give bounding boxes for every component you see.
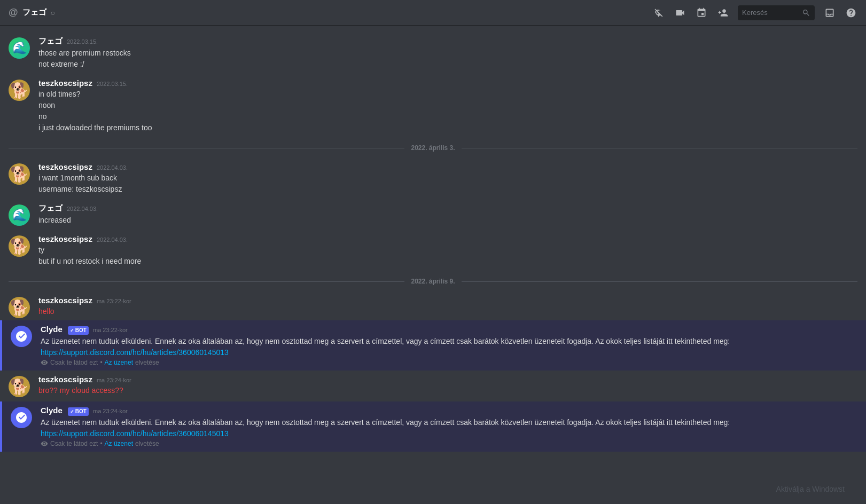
message-text: i just dowloaded the premiums too — [38, 122, 857, 133]
avatar: 🐕 — [9, 235, 30, 257]
header-left: @ フェゴ ○ — [9, 7, 55, 18]
message-text: no — [38, 111, 857, 122]
timestamp: ma 23:24-kor — [97, 377, 131, 383]
video-icon[interactable] — [674, 6, 686, 19]
date-separator: 2022. április 3. — [9, 144, 857, 152]
bot-badge: ✓ BOT — [68, 326, 89, 335]
message-header: teszkoscsipsz ma 23:24-kor — [38, 375, 857, 384]
avatar: 🌊 — [9, 37, 30, 59]
separator-line — [9, 148, 404, 148]
message-header: フェゴ 2022.04.03. — [38, 203, 857, 214]
search-bar[interactable] — [738, 5, 815, 20]
support-link[interactable]: https://support.discord.com/hc/hu/articl… — [41, 348, 229, 357]
timestamp: 2022.03.15. — [67, 38, 98, 45]
timestamp: 2022.04.03. — [67, 206, 98, 212]
bot-label-2: BOT — [75, 407, 87, 416]
clyde-message-content: Clyde ✓ BOT ma 23:22-kor Az üzenetet nem… — [41, 325, 857, 366]
message-group: 🐕 teszkoscsipsz ma 23:22-kor hello — [0, 294, 866, 320]
clyde-avatar — [11, 326, 32, 347]
separator-text: 2022. április 3. — [411, 144, 455, 152]
ephemeral-text-2: Csak te látod ezt — [50, 440, 98, 447]
ephemeral-note-2: Csak te látod ezt • Az üzenet elvetése — [41, 440, 857, 447]
support-link-2[interactable]: https://support.discord.com/hc/hu/articl… — [41, 429, 229, 438]
at-icon: @ — [9, 7, 18, 18]
message-header: teszkoscsipsz 2022.04.03. — [38, 162, 857, 171]
timestamp: 2022.04.03. — [97, 164, 128, 171]
ephemeral-bullet-2: • — [100, 440, 102, 447]
message-text: those are premium restocks — [38, 48, 857, 59]
message-content: teszkoscsipsz ma 23:24-kor bro?? my clou… — [38, 375, 857, 396]
username: teszkoscsipsz — [38, 78, 92, 88]
username: teszkoscsipsz — [38, 234, 92, 243]
message-text: noon — [38, 100, 857, 111]
bot-check-icon-2: ✓ — [70, 407, 74, 416]
clyde-message-group: Clyde ✓ BOT ma 23:22-kor Az üzenetet nem… — [0, 320, 866, 371]
message-content: フェゴ 2022.04.03. increased — [38, 203, 857, 226]
ephemeral-bullet: • — [100, 359, 102, 366]
bot-check-icon: ✓ — [70, 326, 74, 335]
avatar: 🐕 — [9, 163, 30, 185]
help-icon[interactable] — [845, 6, 857, 19]
message-text: increased — [38, 215, 857, 226]
delete-link[interactable]: Az üzenet — [105, 359, 133, 366]
header: @ フェゴ ○ — [0, 0, 866, 26]
date-separator: 2022. április 9. — [9, 278, 857, 285]
message-text: in old times? — [38, 89, 857, 100]
windows-watermark: Aktiválja a Windowst — [776, 485, 845, 493]
message-content: teszkoscsipsz ma 23:22-kor hello — [38, 296, 857, 317]
message-content: teszkoscsipsz 2022.04.03. ty but if u no… — [38, 234, 857, 267]
delete-action: elvetése — [135, 359, 159, 366]
username: teszkoscsipsz — [38, 375, 92, 384]
header-right — [652, 5, 857, 20]
message-group: 🌊 フェゴ 2022.03.15. those are premium rest… — [0, 34, 866, 72]
username: teszkoscsipsz — [38, 162, 92, 171]
message-header: Clyde ✓ BOT ma 23:22-kor — [41, 325, 857, 335]
avatar: 🌊 — [9, 204, 30, 226]
message-text: username: teszkoscsipsz — [38, 184, 857, 195]
delete-link-2[interactable]: Az üzenet — [105, 440, 133, 447]
message-group: 🐕 teszkoscsipsz 2022.04.03. i want 1mont… — [0, 160, 866, 197]
channel-status-dot: ○ — [51, 9, 55, 17]
message-group: 🐕 teszkoscsipsz 2022.03.15. in old times… — [0, 76, 866, 136]
separator-line — [462, 281, 857, 282]
inbox-icon[interactable] — [823, 6, 836, 19]
timestamp: ma 23:22-kor — [97, 298, 131, 304]
bot-badge-2: ✓ BOT — [68, 407, 89, 416]
message-text: not extreme :/ — [38, 59, 857, 70]
message-header: teszkoscsipsz 2022.04.03. — [38, 234, 857, 243]
message-content: teszkoscsipsz 2022.04.03. i want 1month … — [38, 162, 857, 195]
pin-icon[interactable] — [695, 6, 708, 19]
message-group: 🐕 teszkoscsipsz ma 23:24-kor bro?? my cl… — [0, 373, 866, 399]
clyde-message-text: Az üzenetet nem tudtuk elküldeni. Ennek … — [41, 336, 857, 347]
clyde-username-2: Clyde — [41, 406, 63, 415]
messages-area: 🌊 フェゴ 2022.03.15. those are premium rest… — [0, 26, 866, 504]
ephemeral-text: Csak te látod ezt — [50, 359, 98, 366]
message-header: Clyde ✓ BOT ma 23:24-kor — [41, 406, 857, 416]
message-text: i want 1month sub back — [38, 172, 857, 184]
search-input[interactable] — [742, 9, 799, 17]
message-header: teszkoscsipsz ma 23:22-kor — [38, 296, 857, 305]
message-group: 🌊 フェゴ 2022.04.03. increased — [0, 201, 866, 228]
clyde-message-group-2: Clyde ✓ BOT ma 23:24-kor Az üzenetet nem… — [0, 401, 866, 452]
separator-text: 2022. április 9. — [411, 278, 455, 285]
message-text: but if u not restock i need more — [38, 256, 857, 267]
message-text: bro?? my cloud access?? — [38, 385, 857, 396]
clyde-message-content-2: Clyde ✓ BOT ma 23:24-kor Az üzenetet nem… — [41, 406, 857, 447]
username: フェゴ — [38, 203, 63, 214]
message-content: フェゴ 2022.03.15. those are premium restoc… — [38, 36, 857, 70]
clyde-avatar-2 — [11, 407, 32, 428]
separator-line — [462, 148, 857, 148]
username: フェゴ — [38, 36, 63, 46]
message-text: ty — [38, 245, 857, 256]
username: teszkoscsipsz — [38, 296, 92, 305]
timestamp: 2022.03.15. — [97, 81, 128, 87]
bot-label: BOT — [75, 326, 87, 335]
timestamp: ma 23:22-kor — [93, 327, 128, 333]
message-content: teszkoscsipsz 2022.03.15. in old times? … — [38, 78, 857, 133]
mute-icon[interactable] — [652, 6, 665, 19]
delete-action-2: elvetése — [135, 440, 159, 447]
timestamp: ma 23:24-kor — [93, 408, 128, 414]
avatar: 🐕 — [9, 297, 30, 318]
add-friend-icon[interactable] — [716, 6, 729, 19]
clyde-username: Clyde — [41, 325, 63, 334]
